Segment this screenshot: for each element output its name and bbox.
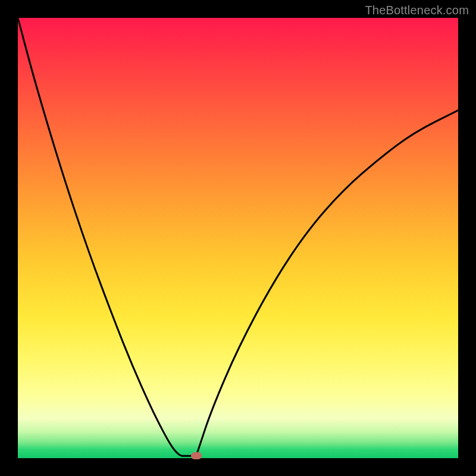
watermark-text: TheBottleneck.com xyxy=(365,4,469,17)
curve-path xyxy=(18,18,458,456)
bottleneck-curve xyxy=(18,18,458,458)
chart-frame: TheBottleneck.com xyxy=(0,0,476,476)
plot-area xyxy=(18,18,458,458)
optimal-point-marker xyxy=(191,452,202,459)
